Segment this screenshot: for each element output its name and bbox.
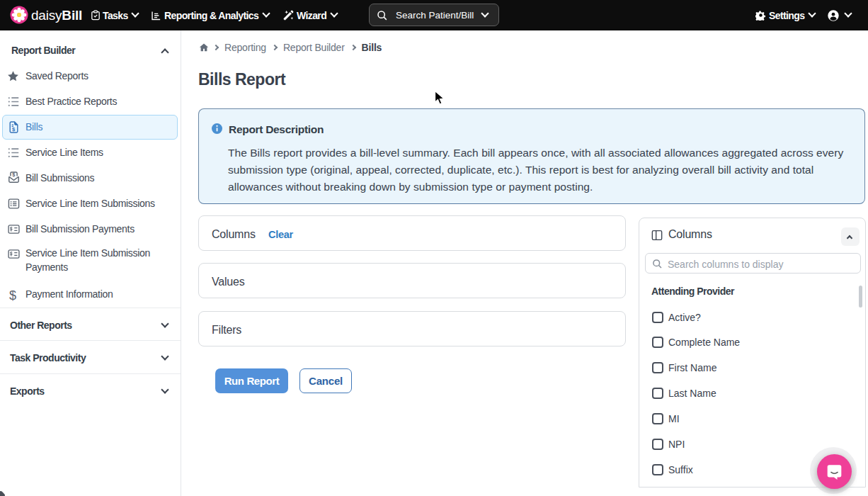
- svg-text:$: $: [12, 171, 16, 178]
- svg-text:$: $: [12, 126, 16, 133]
